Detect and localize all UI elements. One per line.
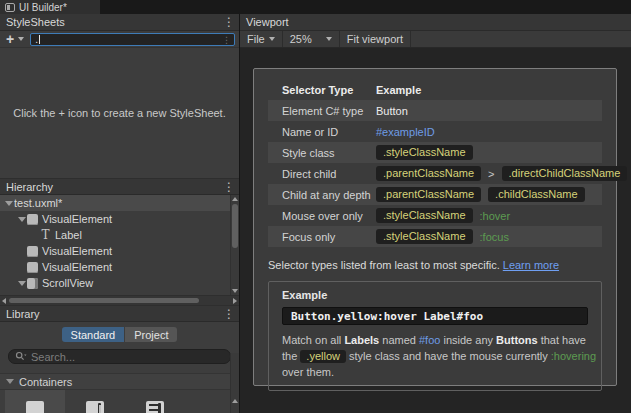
- library-body: Standard Project Containers: [0, 322, 239, 413]
- text-segment: Buttons: [496, 334, 538, 346]
- text-segment: :hover: [480, 210, 511, 222]
- library-tile-list-view[interactable]: [125, 390, 185, 413]
- fit-viewport-button[interactable]: Fit viewport: [340, 31, 410, 47]
- tree-item-label: ScrollView: [42, 277, 93, 289]
- tree-item-visualelement[interactable]: VisualElement: [0, 243, 230, 259]
- table-row: Style class.styleClassName: [268, 142, 602, 163]
- selector-type-label: Mouse over only: [282, 210, 376, 222]
- visual-element-icon: [27, 214, 38, 225]
- scroll-up-icon[interactable]: [232, 399, 238, 403]
- scroll-up-icon[interactable]: [232, 197, 238, 201]
- containers-section-header[interactable]: Containers: [0, 373, 239, 390]
- containers-section-label: Containers: [19, 376, 72, 388]
- class-name-chip: .yellow: [300, 350, 346, 363]
- tree-item-label: VisualElement: [42, 213, 112, 225]
- hierarchy-menu-icon[interactable]: ⋮: [223, 182, 233, 192]
- scroll-right-icon[interactable]: [233, 298, 237, 304]
- table-row: Child at any depth.parentClassName.child…: [268, 184, 602, 205]
- class-name-chip: .parentClassName: [376, 166, 481, 181]
- add-stylesheet-dropdown-icon[interactable]: [18, 37, 24, 41]
- scrollbar-thumb[interactable]: [9, 298, 199, 303]
- stylesheets-empty-message: Click the + icon to create a new StyleSh…: [13, 107, 225, 119]
- viewport-toolbar: File 25% Fit viewport: [240, 31, 631, 48]
- scroll-left-icon[interactable]: [2, 298, 6, 304]
- selector-type-label: Name or ID: [282, 126, 376, 138]
- zoom-dropdown[interactable]: 25%: [283, 31, 339, 47]
- library-title: Library: [6, 308, 223, 320]
- expander-slot[interactable]: [4, 201, 14, 206]
- text-segment: Button: [376, 105, 408, 117]
- left-column: StyleSheets ⋮ + . ⋮ Click the + icon to …: [0, 14, 240, 413]
- hierarchy-header: Hierarchy ⋮: [0, 178, 239, 195]
- expander-slot[interactable]: [17, 281, 27, 286]
- tree-item-scrollview[interactable]: ScrollView: [0, 275, 230, 291]
- selector-type-table: Selector TypeExampleElement C# typeButto…: [268, 79, 602, 247]
- tree-item-label: VisualElement: [42, 261, 112, 273]
- tab-standard[interactable]: Standard: [62, 327, 125, 342]
- text-segment: #foo: [419, 334, 440, 346]
- fit-viewport-label: Fit viewport: [347, 33, 403, 45]
- zoom-value: 25%: [290, 33, 312, 45]
- tree-item-visualelement[interactable]: VisualElement: [0, 211, 230, 227]
- stylesheets-empty-state: Click the + icon to create a new StyleSh…: [0, 48, 239, 178]
- library-scrollbar[interactable]: [230, 353, 239, 413]
- tab-ui-builder[interactable]: UI Builder*: [0, 0, 100, 14]
- class-name-chip: .styleClassName: [376, 145, 473, 160]
- selector-example: #exampleID: [376, 126, 602, 138]
- class-name-chip: .directChildClassName: [502, 166, 628, 181]
- selector-type-label: Direct child: [282, 168, 376, 180]
- viewport-header: Viewport: [240, 14, 631, 31]
- selector-example: .styleClassName:hover: [376, 208, 602, 223]
- chevron-down-icon: [18, 281, 26, 286]
- scrollbar-thumb[interactable]: [232, 204, 238, 248]
- chevron-down-icon: [269, 37, 275, 41]
- hierarchy-horizontal-scrollbar[interactable]: [0, 295, 239, 305]
- input-options-icon[interactable]: ⋮: [222, 34, 231, 46]
- example-box: Example Button.yellow:hover Label#foo Ma…: [268, 281, 602, 391]
- table-header-row: Selector TypeExample: [268, 79, 602, 100]
- toolbar-separator: [410, 31, 411, 47]
- library-tile-scroll-view[interactable]: [65, 390, 125, 413]
- search-input[interactable]: [31, 351, 224, 363]
- library-tile-visual-element[interactable]: [5, 390, 65, 413]
- selector-help-panel: Selector TypeExampleElement C# typeButto…: [253, 68, 617, 386]
- class-name-chip: .styleClassName: [376, 208, 473, 223]
- selector-type-label: Child at any depth: [282, 189, 376, 201]
- tab-project[interactable]: Project: [125, 327, 177, 342]
- viewport-column: Viewport File 25% Fit viewport Selector …: [240, 14, 631, 413]
- new-stylesheet-name-input[interactable]: . ⋮: [30, 33, 235, 46]
- stylesheets-menu-icon[interactable]: ⋮: [223, 17, 233, 27]
- tree-item-label[interactable]: TLabel: [0, 227, 230, 243]
- tree-item-label: VisualElement: [42, 245, 112, 257]
- add-stylesheet-button[interactable]: +: [4, 33, 16, 45]
- learn-more-link[interactable]: Learn more: [503, 259, 559, 271]
- text-segment: :focus: [480, 231, 509, 243]
- tree-item-label: test.uxml*: [14, 197, 62, 209]
- example-description: Match on all Labels named #foo inside an…: [282, 332, 604, 380]
- viewport-canvas[interactable]: Selector TypeExampleElement C# typeButto…: [240, 48, 631, 413]
- selector-type-label: Element C# type: [282, 105, 376, 117]
- table-row: Mouse over only.styleClassName:hover: [268, 205, 602, 226]
- selector-example: .styleClassName:focus: [376, 229, 602, 244]
- text-segment: over them.: [282, 366, 334, 378]
- column-header: Selector Type: [282, 84, 376, 96]
- selector-type-label: Style class: [282, 147, 376, 159]
- hierarchy-vertical-scrollbar[interactable]: [230, 195, 239, 295]
- stylesheet-input-value: .: [35, 34, 38, 45]
- library-header: Library ⋮: [0, 305, 239, 322]
- library-search-field[interactable]: [8, 349, 231, 364]
- tree-item-label: Label: [55, 229, 82, 241]
- expander-slot[interactable]: [17, 217, 27, 222]
- file-menu[interactable]: File: [240, 31, 282, 47]
- scroll-view-icon: [27, 278, 38, 289]
- library-menu-icon[interactable]: ⋮: [223, 309, 233, 319]
- selector-example: .parentClassName>.directChildClassName: [376, 166, 627, 181]
- label-icon: T: [40, 230, 51, 241]
- scroll-down-icon[interactable]: [232, 289, 238, 293]
- text-caret: [39, 35, 40, 44]
- stylesheets-toolbar: + . ⋮: [0, 31, 239, 48]
- stylesheets-title: StyleSheets: [6, 16, 223, 28]
- tree-item-test-uxml-[interactable]: test.uxml*: [0, 195, 239, 211]
- column-header: Example: [376, 84, 602, 96]
- tree-item-visualelement[interactable]: VisualElement: [0, 259, 230, 275]
